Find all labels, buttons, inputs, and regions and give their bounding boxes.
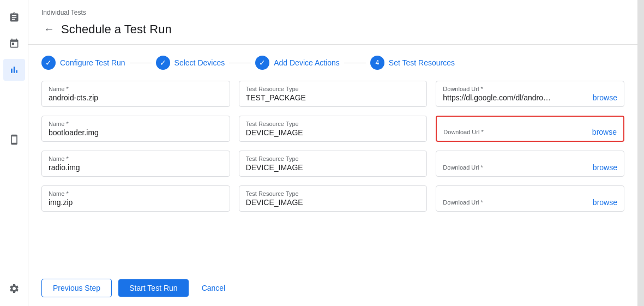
resource-1-url-content: Download Url * https://dl.google.com/dl/… — [443, 86, 588, 102]
step-1-circle — [41, 56, 56, 70]
resource-1-name-field: Name * android-cts.zip — [41, 81, 230, 107]
resource-4-type-field: Test Resource Type DEVICE_IMAGE — [239, 185, 428, 212]
resource-4-name-field: Name * img.zip — [41, 185, 230, 212]
resource-3-type-value: DEVICE_IMAGE — [246, 163, 420, 172]
clipboard-icon[interactable] — [3, 7, 25, 28]
header: Individual Tests ← Schedule a Test Run — [28, 0, 637, 45]
sidebar — [0, 0, 28, 306]
resource-row-4: Name * img.zip Test Resource Type DEVICE… — [41, 185, 624, 212]
page-title: Schedule a Test Run — [61, 22, 172, 37]
resource-2-browse-link[interactable]: browse — [588, 128, 617, 136]
resource-2-type-field: Test Resource Type DEVICE_IMAGE — [239, 116, 428, 142]
resource-4-url-content: Download Url * — [443, 199, 588, 207]
resource-3-url-label: Download Url * — [443, 164, 588, 171]
resources-content: Name * android-cts.zip Test Resource Typ… — [28, 81, 637, 270]
previous-step-button[interactable]: Previous Step — [41, 279, 112, 297]
resource-3-type-field: Test Resource Type DEVICE_IMAGE — [239, 151, 428, 177]
step-4-label: Set Test Resources — [389, 58, 455, 67]
chart-icon[interactable] — [3, 59, 25, 81]
resource-4-name-label: Name * — [49, 190, 223, 197]
resource-1-name-value: android-cts.zip — [49, 93, 223, 102]
resource-3-name-label: Name * — [49, 155, 223, 162]
resource-2-type-value: DEVICE_IMAGE — [246, 128, 420, 137]
main-content: Individual Tests ← Schedule a Test Run C… — [28, 0, 637, 306]
connector-1 — [130, 63, 152, 63]
step-1-label: Configure Test Run — [60, 58, 125, 67]
resource-4-url-field: Download Url * browse — [436, 185, 624, 212]
step-add-actions: Add Device Actions — [255, 56, 340, 70]
calendar-icon[interactable] — [3, 33, 25, 55]
step-2-label: Select Devices — [174, 58, 225, 67]
step-4-circle: 4 — [370, 56, 384, 70]
resource-row-1: Name * android-cts.zip Test Resource Typ… — [41, 81, 624, 107]
resource-1-type-field: Test Resource Type TEST_PACKAGE — [239, 81, 428, 107]
resource-3-browse-link[interactable]: browse — [588, 163, 617, 172]
connector-3 — [344, 63, 366, 63]
resource-4-url-label: Download Url * — [443, 199, 588, 206]
step-3-label: Add Device Actions — [274, 58, 340, 67]
resource-row-3: Name * radio.img Test Resource Type DEVI… — [41, 151, 624, 177]
start-test-run-button[interactable]: Start Test Run — [118, 279, 188, 297]
step-select-devices: Select Devices — [156, 56, 225, 70]
resource-1-type-label: Test Resource Type — [246, 86, 420, 92]
resource-1-browse-link[interactable]: browse — [588, 93, 617, 102]
step-3-circle — [255, 56, 269, 70]
resource-2-url-content: Download Url * — [443, 129, 588, 136]
resource-row-2: Name * bootloader.img Test Resource Type… — [41, 116, 624, 142]
resource-2-url-field: Download Url * browse — [436, 116, 624, 142]
resource-4-name-value: img.zip — [49, 198, 223, 207]
resource-1-type-value: TEST_PACKAGE — [246, 93, 420, 102]
resource-4-type-value: DEVICE_IMAGE — [246, 198, 420, 207]
scrollbar[interactable] — [637, 0, 644, 306]
step-configure: Configure Test Run — [41, 56, 125, 70]
resource-2-name-value: bootloader.img — [49, 128, 223, 137]
connector-2 — [229, 63, 251, 63]
settings-icon[interactable] — [3, 278, 25, 299]
resource-2-url-label: Download Url * — [443, 129, 588, 135]
step-2-circle — [156, 56, 170, 70]
resource-1-url-label: Download Url * — [443, 86, 588, 92]
phone-icon[interactable] — [3, 129, 25, 151]
resource-1-url-field: Download Url * https://dl.google.com/dl/… — [436, 81, 624, 107]
resource-4-browse-link[interactable]: browse — [588, 198, 617, 207]
resource-3-name-value: radio.img — [49, 163, 223, 172]
resource-2-name-label: Name * — [49, 121, 223, 127]
footer: Previous Step Start Test Run Cancel — [28, 270, 637, 306]
stepper: Configure Test Run Select Devices Add De… — [28, 45, 637, 81]
resource-3-url-content: Download Url * — [443, 164, 588, 172]
resource-1-name-label: Name * — [49, 86, 223, 92]
resource-4-type-label: Test Resource Type — [246, 190, 420, 197]
resource-3-name-field: Name * radio.img — [41, 151, 230, 177]
resource-2-type-label: Test Resource Type — [246, 121, 420, 127]
resource-1-url-value: https://dl.google.com/dl/android/c — [443, 93, 552, 102]
cancel-button[interactable]: Cancel — [195, 279, 232, 297]
resource-3-url-field: Download Url * browse — [436, 151, 624, 177]
resource-3-type-label: Test Resource Type — [246, 155, 420, 162]
step-set-resources: 4 Set Test Resources — [370, 56, 455, 70]
resource-2-name-field: Name * bootloader.img — [41, 116, 230, 142]
breadcrumb: Individual Tests — [41, 9, 624, 16]
back-button[interactable]: ← — [41, 21, 57, 38]
